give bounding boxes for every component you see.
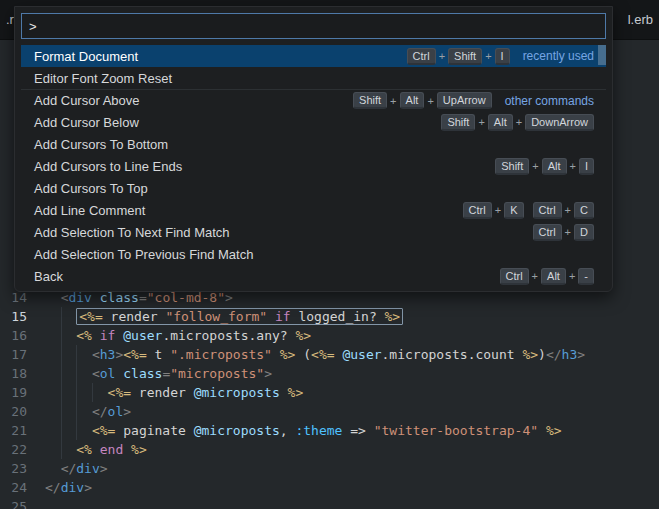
command-item[interactable]: Format DocumentCtrl+Shift+Irecently used xyxy=(21,45,606,67)
code-token: </ xyxy=(546,347,562,362)
code-token: div xyxy=(76,461,99,476)
code-token: ".microposts" xyxy=(170,347,272,362)
command-item[interactable]: BackCtrl+Alt+- xyxy=(21,265,606,287)
indent-guide xyxy=(61,307,77,326)
command-label: Add Cursors To Bottom xyxy=(34,137,168,152)
keybinding-key: - xyxy=(578,268,594,285)
code-token: <%= xyxy=(108,385,131,400)
command-item[interactable]: Add Cursors To Top xyxy=(21,177,606,199)
code-token: > xyxy=(577,347,585,362)
command-right: Shift+Alt+UpArrowother commands xyxy=(353,92,594,109)
code-token xyxy=(280,385,288,400)
keybinding-key: K xyxy=(504,202,523,219)
line-number: 23 xyxy=(0,459,45,478)
indent-guide xyxy=(45,421,61,440)
code-token: <%= xyxy=(123,347,146,362)
keybinding-plus: + xyxy=(532,160,538,172)
code-line[interactable]: 18<ol class="microposts"> xyxy=(0,364,659,383)
code-line[interactable]: 25 xyxy=(0,497,659,509)
command-right: Shift+Alt+DownArrow xyxy=(441,114,594,131)
indent-guide xyxy=(61,440,77,459)
indent-guide xyxy=(45,345,61,364)
code-token: => xyxy=(342,423,373,438)
code-token: </ xyxy=(92,404,108,419)
keybinding-chord: Ctrl+Shift+I xyxy=(407,48,510,65)
line-number: 18 xyxy=(0,364,45,383)
indent-guide xyxy=(61,326,77,345)
keybinding-plus: + xyxy=(495,204,501,216)
code-token: <% xyxy=(76,442,92,457)
keybinding-plus: + xyxy=(485,50,491,62)
tab-right-fragment[interactable]: l.erb xyxy=(622,12,659,27)
code-token: , xyxy=(280,423,296,438)
code-text: <%= render @microposts %> xyxy=(45,383,659,402)
command-item[interactable]: Add Cursors To Bottom xyxy=(21,133,606,155)
keybinding-chord: Shift+Alt+UpArrow xyxy=(353,92,492,109)
command-item[interactable]: Add Selection To Next Find MatchCtrl+D xyxy=(21,221,606,243)
code-text: </ol> xyxy=(45,402,659,421)
line-number: 16 xyxy=(0,326,45,345)
command-label: Format Document xyxy=(34,49,138,64)
keybinding-chord: Ctrl+C xyxy=(533,202,595,219)
command-label: Add Cursor Above xyxy=(34,93,140,108)
keybinding-key: Shift xyxy=(353,92,387,109)
code-line[interactable]: 16<% if @user.microposts.any? %> xyxy=(0,326,659,345)
command-right: Shift+Alt+I xyxy=(495,158,594,175)
indent-guide xyxy=(45,307,61,326)
keybinding-chord: Ctrl+D xyxy=(533,224,595,241)
code-token: if xyxy=(100,328,116,343)
code-line[interactable]: 22<% end %> xyxy=(0,440,659,459)
command-item[interactable]: Add Selection To Previous Find Match xyxy=(21,243,606,265)
group-label: other commands xyxy=(505,94,594,108)
keybinding-chord: Ctrl+K xyxy=(463,202,524,219)
code-token: @user xyxy=(342,347,381,362)
code-line[interactable]: 21<%= paginate @microposts, :theme => "t… xyxy=(0,421,659,440)
code-line[interactable]: 15<%= render "follow_form" if logged_in?… xyxy=(0,307,659,326)
command-item[interactable]: Add Cursor BelowShift+Alt+DownArrow xyxy=(21,111,606,133)
indent-guide xyxy=(45,459,61,478)
line-number: 24 xyxy=(0,478,45,497)
code-token: class xyxy=(100,290,139,305)
line-number: 15 xyxy=(0,307,45,326)
scrollbar-thumb[interactable] xyxy=(598,45,606,65)
code-token: </ xyxy=(45,480,61,495)
code-text: <% end %> xyxy=(45,440,659,459)
code-line[interactable]: 24</div> xyxy=(0,478,659,497)
code-token: %> xyxy=(546,423,562,438)
code-token: class xyxy=(123,366,162,381)
code-line[interactable]: 17<h3><%= t ".microposts" %> (<%= @user.… xyxy=(0,345,659,364)
code-token: > xyxy=(123,404,131,419)
keybinding-key: Alt xyxy=(400,92,425,109)
tab-right-label: l.erb xyxy=(628,12,653,27)
line-number: 22 xyxy=(0,440,45,459)
code-token: > xyxy=(225,290,233,305)
command-item[interactable]: Add Cursors to Line EndsShift+Alt+I xyxy=(21,155,606,177)
keybinding-key: C xyxy=(574,202,594,219)
code-token: logged_in? xyxy=(291,309,385,324)
code-line[interactable]: 23</div> xyxy=(0,459,659,478)
command-item[interactable]: Editor Font Zoom Reset xyxy=(21,67,606,89)
code-token xyxy=(92,328,100,343)
keybinding-key: Shift xyxy=(441,114,475,131)
code-token: div xyxy=(61,480,84,495)
code-token: < xyxy=(92,347,100,362)
keybinding-key: Ctrl xyxy=(533,224,562,241)
command-right: Ctrl+Alt+- xyxy=(500,268,595,285)
code-line[interactable]: 20</ol> xyxy=(0,402,659,421)
line-number: 21 xyxy=(0,421,45,440)
indent-guide xyxy=(76,383,92,402)
code-token: </ xyxy=(61,461,77,476)
code-token: %> xyxy=(385,309,401,324)
command-item[interactable]: Add Line CommentCtrl+KCtrl+C xyxy=(21,199,606,221)
code-lines: 14<div class="col-md-8">15<%= render "fo… xyxy=(0,288,659,509)
command-input[interactable] xyxy=(21,13,606,39)
command-label: Add Cursors To Top xyxy=(34,181,148,196)
code-token: render xyxy=(103,309,166,324)
command-label: Editor Font Zoom Reset xyxy=(34,71,172,86)
indent-guide xyxy=(61,364,77,383)
code-token: end xyxy=(100,442,123,457)
command-item[interactable]: Add Cursor AboveShift+Alt+UpArrowother c… xyxy=(21,89,606,111)
code-token: < xyxy=(92,366,100,381)
code-line[interactable]: 19<%= render @microposts %> xyxy=(0,383,659,402)
keybinding-key: Alt xyxy=(488,114,513,131)
